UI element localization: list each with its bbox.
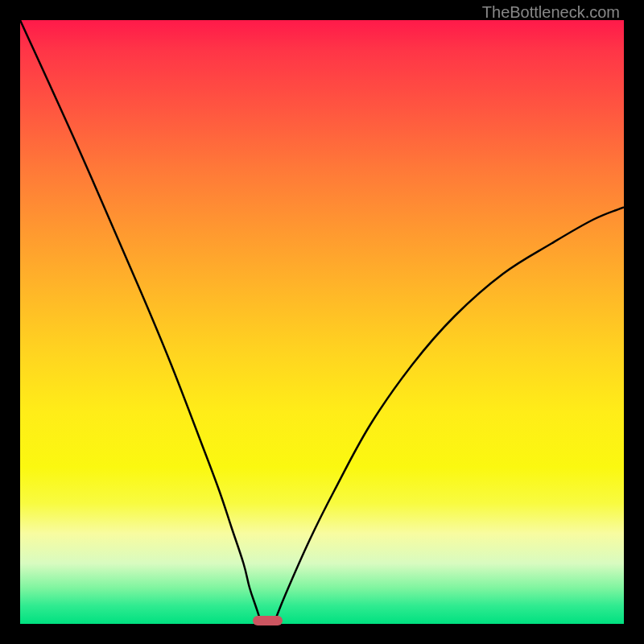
curve-right-branch xyxy=(274,208,624,625)
minimum-marker xyxy=(253,616,283,625)
curve-left-branch xyxy=(20,20,262,624)
watermark-text: TheBottleneck.com xyxy=(482,3,620,22)
chart-curves-svg xyxy=(20,20,624,624)
chart-plot-area xyxy=(20,20,624,624)
